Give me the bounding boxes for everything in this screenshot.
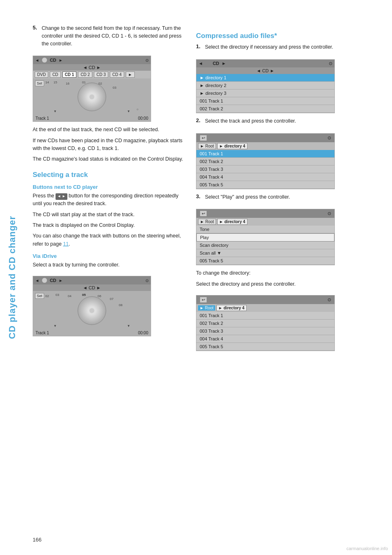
settings-r4: ⊙	[327, 297, 331, 302]
screen2-cd-bar: ◄ CD ►	[33, 284, 151, 291]
back-screen-3: ↩ ⊙ ► Root ► directory 4 Tone Play Scan …	[196, 209, 335, 265]
breadcrumb-root-3: ► Root	[198, 219, 216, 225]
step-5-number: 5.	[33, 25, 38, 47]
breadcrumb-bar-4: ► Root ► directory 4	[196, 304, 334, 312]
buttons-para3: The track is displayed on the Control Di…	[33, 222, 184, 229]
dir-row-1: ► directory 1	[196, 74, 334, 82]
buttons-para4: You can also change the track with butto…	[33, 232, 184, 248]
tab-cd: CD	[50, 72, 60, 78]
cd-label-r1: CD	[213, 61, 219, 66]
back-button-2: ↩	[200, 135, 207, 141]
cd-disc2	[78, 296, 106, 325]
sidebar: CD player and CD changer	[0, 0, 24, 555]
para-change-1: To change the directory:	[196, 269, 347, 277]
watermark: carmanualonline.info	[346, 546, 388, 551]
track-row-002: 002 Track 2	[196, 158, 334, 166]
screen2-wrapper: ◄ CD ► ⊙ ◄ CD ► Set 02 03 04 05 06	[33, 272, 151, 340]
cd-disc	[78, 83, 106, 111]
set-button: Set	[35, 81, 44, 86]
arrow-down2: ▼	[127, 324, 130, 328]
track-row-s4-002: 002 Track 2	[196, 320, 334, 327]
back-screen-4: ↩ ⊙ ► Root ► directory 4 001 Track 1 002…	[196, 295, 335, 351]
track-num-q3: ▼	[127, 110, 130, 113]
track-label: Track 1	[36, 116, 49, 121]
cd-icon-r1	[205, 61, 210, 66]
right-column: Compressed audio files* 1. Select the di…	[196, 25, 347, 530]
cd-icon	[42, 57, 47, 63]
back-button-4: ↩	[200, 297, 207, 303]
buttons-text5: You can also change the track with butto…	[33, 233, 181, 246]
cd-icon2	[42, 278, 47, 283]
step-1-text: Select the directory if necessary and pr…	[205, 43, 333, 51]
left-column: 5. Change to the second field from the t…	[33, 25, 184, 530]
step-1: 1. Select the directory if necessary and…	[196, 43, 347, 51]
dir-row-5: 002 Track 2	[196, 105, 334, 113]
arrow-right-r1: ►	[222, 61, 226, 66]
ctx-menu-scan-dir: Scan directory	[196, 242, 334, 249]
track-n-07: 07	[110, 297, 114, 301]
sidebar-label: CD player and CD changer	[7, 216, 18, 339]
track-num-03: 03	[113, 86, 116, 90]
right-screen1-wrapper: ◄ CD ► ⊙ ◄ CD ► ► directory 1 ► director…	[196, 55, 335, 117]
step-3-text: Select "Play" and press the controller.	[205, 193, 290, 201]
arrow-down1: ▼	[53, 324, 57, 328]
track-row-001: 001 Track 1	[196, 150, 334, 158]
page-number: 166	[33, 537, 42, 543]
cd-label: CD	[50, 58, 56, 63]
track-time2: 00:00	[138, 331, 148, 335]
track-row-004: 004 Track 4	[196, 173, 334, 181]
breadcrumb-dir-2: ► directory 4	[217, 143, 247, 149]
buttons-text1: Press the	[33, 193, 54, 199]
tab-next: ►	[126, 72, 135, 78]
dir-screen1-top: ◄ CD ► ⊙	[196, 60, 334, 67]
step-2-text: Select the track and press the controlle…	[205, 117, 296, 125]
dir-row-4: 001 Track 1	[196, 97, 334, 105]
track-time: 00:00	[138, 116, 148, 121]
tab-cd4: CD 4	[110, 72, 124, 78]
cd-screen-1: ◄ CD ► ⊙ ◄ CD ► DVD CD CD 1 CD 2 CD	[33, 56, 151, 122]
track-num-q2: ▼	[53, 110, 57, 113]
arrow-right-icon: ►	[59, 58, 63, 63]
breadcrumb-root-2: ► Root	[198, 143, 216, 149]
buttons-para2: The CD will start play at the start of t…	[33, 211, 184, 219]
screen1-bottom-bar: Track 1 00:00	[33, 115, 151, 121]
breadcrumb-root-4: ► Root	[198, 305, 215, 311]
tab-cd2: CD 2	[78, 72, 92, 78]
arrow-left-r1: ◄	[198, 61, 203, 66]
arrow-left-icon2: ◄	[35, 278, 39, 283]
ctx-menu-scan-all: Scan all ▼	[196, 249, 334, 257]
back-screen3-top: ↩ ⊙	[196, 209, 334, 218]
tab-dvd: DVD	[35, 72, 48, 78]
breadcrumb-bar-3: ► Root ► directory 4	[196, 218, 334, 226]
buttons-para1: Press the ◄ ► button for the correspondi…	[33, 192, 184, 208]
dir-row-3: ► directory 3	[196, 90, 334, 97]
set-button2: Set	[35, 293, 44, 299]
track-num-15: 15	[53, 81, 57, 84]
selecting-track-heading: Selecting a track	[33, 171, 184, 179]
track-row-s4-004: 004 Track 4	[196, 335, 334, 343]
breadcrumb-bar-2: ► Root ► directory 4	[196, 142, 334, 150]
screen1-tab-bar: DVD CD CD 1 CD 2 CD 3 CD 4 ►	[33, 71, 151, 78]
cd-screen-2: ◄ CD ► ⊙ ◄ CD ► Set 02 03 04 05 06	[33, 276, 151, 336]
tab-cd3: CD 3	[94, 72, 108, 78]
breadcrumb-dir-4: ► directory 4	[216, 305, 247, 311]
tab-cd1: CD 1	[62, 72, 77, 78]
right-screen2-wrapper: ↩ ⊙ ► Root ► directory 4 001 Track 1 002…	[196, 129, 335, 193]
back-screen4-top: ↩ ⊙	[196, 295, 334, 304]
track-row-003: 003 Track 3	[196, 166, 334, 173]
breadcrumb-dir-3: ► directory 4	[217, 219, 247, 225]
dir-screen-1: ◄ CD ► ⊙ ◄ CD ► ► directory 1 ► director…	[196, 59, 335, 113]
compressed-audio-heading: Compressed audio files*	[196, 32, 347, 40]
track-num-14: 14	[45, 81, 49, 84]
para-change-2: Select the directory and press the contr…	[196, 280, 347, 288]
settings-r1: ⊙	[329, 61, 332, 66]
ctx-menu-tone: Tone	[196, 226, 334, 233]
page-link[interactable]: 11	[63, 241, 69, 247]
track-row-s4-001: 001 Track 1	[196, 312, 334, 320]
track-num-q1: ○	[136, 107, 138, 111]
page-container: CD player and CD changer 5. Change to th…	[0, 0, 392, 555]
settings-r2: ⊙	[327, 135, 331, 141]
track-row-s4-003: 003 Track 3	[196, 327, 334, 335]
idrive-text: Select a track by turning the controller…	[33, 261, 184, 269]
step-3: 3. Select "Play" and press the controlle…	[196, 193, 347, 201]
